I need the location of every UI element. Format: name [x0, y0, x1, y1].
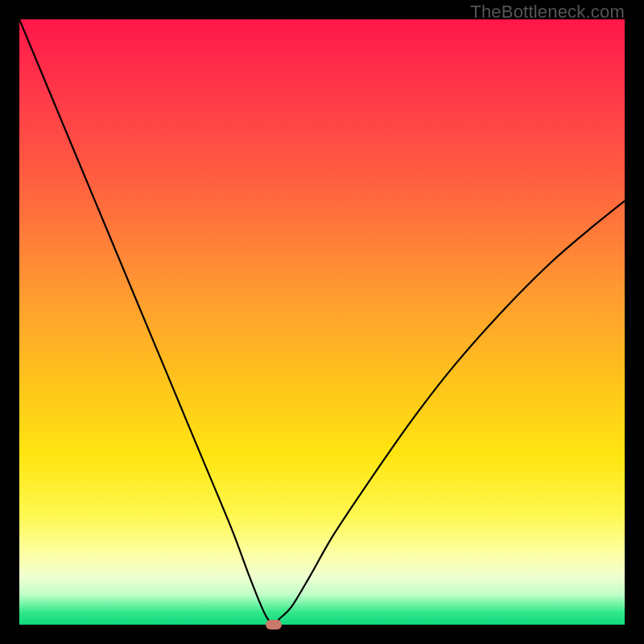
- chart-plot-area: [19, 19, 625, 625]
- bottleneck-curve: [19, 19, 625, 625]
- curve-svg: [19, 19, 625, 625]
- watermark-text: TheBottleneck.com: [470, 2, 625, 23]
- optimal-point-marker: [266, 620, 282, 630]
